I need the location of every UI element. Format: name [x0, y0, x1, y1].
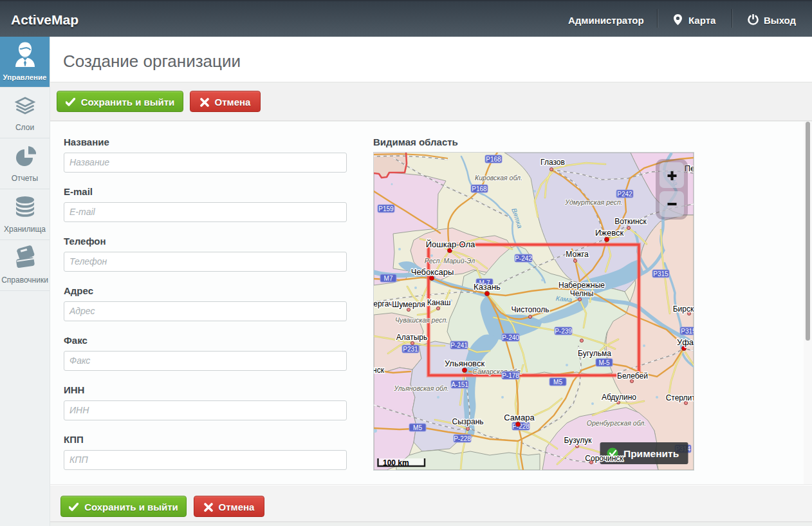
- svg-text:Р-241: Р-241: [450, 342, 468, 349]
- svg-text:Белебей: Белебей: [617, 371, 648, 380]
- svg-text:Кировская обл.: Кировская обл.: [475, 174, 522, 182]
- svg-text:Р315: Р315: [653, 270, 669, 277]
- svg-text:Р231: Р231: [403, 346, 418, 353]
- svg-text:Р-178: Р-178: [502, 372, 519, 379]
- svg-text:Чувашская респ.: Чувашская респ.: [395, 316, 448, 324]
- svg-text:М5: М5: [413, 424, 422, 431]
- svg-text:М7: М7: [384, 275, 393, 282]
- svg-text:Йошкар-Ола: Йошкар-Ола: [426, 240, 475, 249]
- svg-text:Респ. Марий-Эл: Респ. Марий-Эл: [425, 257, 475, 265]
- svg-text:Р159: Р159: [378, 205, 394, 212]
- svg-text:Шумерля: Шумерля: [392, 300, 425, 309]
- svg-text:Р168: Р168: [486, 156, 501, 163]
- svg-text:М-5: М-5: [598, 359, 610, 366]
- svg-text:Р-240: Р-240: [502, 334, 519, 341]
- svg-text:Ульяновск: Ульяновск: [445, 359, 484, 368]
- svg-text:Р-242: Р-242: [515, 255, 532, 262]
- svg-text:Воткинск: Воткинск: [614, 217, 647, 226]
- svg-text:Казань: Казань: [474, 282, 501, 292]
- svg-text:Оренбургская обл.: Оренбургская обл.: [587, 419, 646, 427]
- svg-text:Р-239: Р-239: [555, 328, 572, 335]
- svg-text:Чебоксары: Чебоксары: [411, 267, 454, 277]
- svg-text:Канаш: Канаш: [427, 298, 451, 307]
- svg-text:Р242: Р242: [617, 191, 632, 198]
- svg-text:Р-228: Р-228: [454, 435, 471, 442]
- svg-text:Применить: Применить: [623, 448, 679, 459]
- svg-text:Алатырь: Алатырь: [396, 333, 427, 342]
- svg-text:Ижевск: Ижевск: [595, 228, 624, 238]
- svg-text:Чистополь: Чистополь: [512, 305, 549, 314]
- svg-text:Бирск: Бирск: [673, 305, 694, 314]
- svg-text:Р315: Р315: [681, 328, 694, 335]
- svg-text:Уфа: Уфа: [677, 337, 694, 347]
- svg-text:Набережные: Набережные: [558, 281, 605, 290]
- svg-text:Р-228: Р-228: [512, 423, 530, 430]
- svg-text:Челны: Челны: [570, 289, 594, 298]
- svg-text:100 km: 100 km: [383, 458, 409, 467]
- svg-text:Бузулук: Бузулук: [564, 436, 593, 445]
- svg-text:А-151: А-151: [451, 381, 468, 388]
- svg-text:Сергач: Сергач: [374, 299, 392, 308]
- svg-text:Сызрань: Сызрань: [452, 417, 483, 426]
- svg-text:Глазов: Глазов: [540, 158, 565, 167]
- svg-text:Можга: Можга: [566, 250, 589, 259]
- svg-text:Стерлита: Стерлита: [666, 393, 694, 402]
- svg-text:М5: М5: [553, 379, 562, 386]
- svg-text:Бугульма: Бугульма: [578, 349, 611, 358]
- svg-text:Абдулино: Абдулино: [602, 393, 636, 402]
- svg-text:Самара: Самара: [504, 413, 535, 422]
- svg-text:Р168: Р168: [472, 185, 487, 193]
- svg-text:Удмуртская респ.: Удмуртская респ.: [564, 198, 622, 206]
- svg-text:нск: нск: [374, 366, 385, 375]
- svg-text:Ульяновская обл.: Ульяновская обл.: [393, 384, 448, 392]
